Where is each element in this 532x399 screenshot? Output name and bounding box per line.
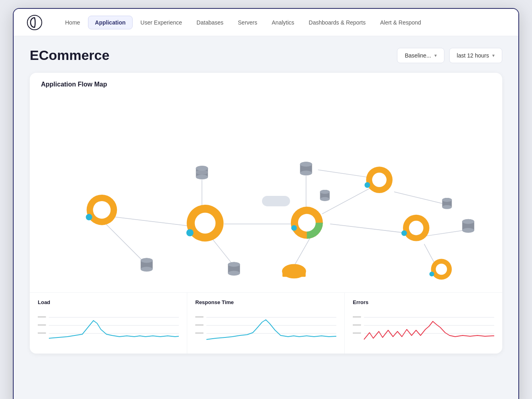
- svg-rect-15: [262, 196, 290, 206]
- response-time-chart-svg: [195, 309, 336, 346]
- nav-item-databases[interactable]: Databases: [190, 16, 230, 29]
- node-bottom-right: [430, 259, 452, 280]
- browser-frame: Home Application User Experience Databas…: [13, 8, 519, 399]
- time-range-dropdown[interactable]: last 12 hours ▾: [449, 48, 502, 63]
- svg-point-62: [430, 271, 434, 276]
- svg-rect-76: [195, 317, 203, 317]
- nav-item-servers[interactable]: Servers: [231, 16, 264, 29]
- svg-point-39: [141, 267, 153, 271]
- load-chart-label: Load: [38, 299, 179, 305]
- svg-point-59: [401, 230, 407, 236]
- nav-item-analytics[interactable]: Analytics: [265, 16, 301, 29]
- bottom-charts: Load Respo: [30, 292, 502, 354]
- db-node-5: [462, 219, 474, 233]
- response-time-chart-area: [195, 309, 336, 346]
- main-content: ECommerce Baseline... ▾ last 12 hours ▾ …: [14, 36, 518, 399]
- db-node-2: [300, 162, 312, 175]
- load-chart-svg: [38, 309, 179, 346]
- svg-point-49: [195, 213, 216, 234]
- top-nav: Home Application User Experience Databas…: [14, 9, 518, 36]
- svg-line-2: [106, 224, 146, 264]
- load-chart-area: [38, 309, 179, 346]
- svg-point-24: [300, 162, 312, 167]
- main-card: Application Flow Map: [30, 73, 502, 354]
- db-node-3: [320, 190, 330, 201]
- response-time-chart-panel: Response Time: [187, 293, 345, 354]
- db-node-1: [196, 166, 208, 179]
- svg-point-23: [300, 171, 312, 175]
- errors-chart-area: [353, 309, 494, 346]
- node-left: [86, 195, 117, 225]
- baseline-dropdown[interactable]: Baseline... ▾: [397, 48, 444, 63]
- errors-chart-label: Errors: [353, 299, 494, 305]
- flow-map-svg: [30, 91, 502, 292]
- svg-point-47: [86, 214, 92, 220]
- svg-point-52: [298, 214, 316, 232]
- svg-point-58: [409, 221, 424, 235]
- cloud-node: [282, 264, 306, 278]
- nav-items: Home Application User Experience Databas…: [59, 16, 428, 29]
- svg-rect-82: [353, 317, 361, 317]
- svg-rect-84: [353, 333, 361, 333]
- svg-point-61: [436, 263, 447, 275]
- svg-point-36: [462, 219, 474, 224]
- db-node-6: [141, 258, 153, 271]
- svg-point-56: [364, 182, 370, 188]
- svg-point-32: [442, 198, 452, 202]
- svg-point-40: [141, 258, 153, 263]
- nav-item-user-experience[interactable]: User Experience: [134, 16, 189, 29]
- svg-point-46: [93, 201, 110, 219]
- time-range-label: last 12 hours: [457, 52, 489, 59]
- svg-point-55: [372, 173, 387, 187]
- svg-point-53: [291, 225, 297, 231]
- db-node-4: [442, 198, 452, 209]
- svg-rect-72: [38, 333, 46, 333]
- svg-rect-77: [195, 325, 203, 325]
- svg-point-44: [228, 262, 240, 267]
- svg-point-50: [186, 229, 194, 237]
- nav-item-dashboards[interactable]: Dashboards & Reports: [302, 16, 372, 29]
- response-time-chart-label: Response Time: [195, 299, 336, 305]
- node-center: [291, 207, 323, 239]
- svg-line-14: [394, 192, 444, 204]
- svg-point-18: [196, 175, 208, 179]
- node-center-left: [186, 205, 224, 242]
- card-header: Application Flow Map: [30, 73, 502, 91]
- svg-point-20: [196, 170, 208, 175]
- svg-point-43: [228, 271, 240, 276]
- node-right-mid: [401, 215, 430, 241]
- svg-rect-78: [195, 333, 203, 333]
- chevron-down-icon-2: ▾: [492, 53, 495, 58]
- nav-item-home[interactable]: Home: [59, 16, 86, 29]
- svg-line-11: [318, 170, 372, 178]
- svg-point-27: [320, 197, 330, 201]
- page-title: ECommerce: [30, 47, 109, 63]
- svg-rect-83: [353, 325, 361, 325]
- svg-rect-71: [38, 325, 46, 325]
- errors-chart-svg: [353, 309, 494, 346]
- logo: [27, 14, 43, 31]
- nav-item-application[interactable]: Application: [88, 16, 132, 29]
- baseline-label: Baseline...: [405, 52, 431, 59]
- svg-line-12: [426, 230, 467, 236]
- svg-point-28: [320, 190, 330, 194]
- chevron-down-icon: ▾: [434, 53, 437, 58]
- load-chart-panel: Load: [30, 293, 187, 354]
- nav-item-alert[interactable]: Alert & Respond: [374, 16, 428, 29]
- svg-rect-70: [38, 317, 46, 317]
- svg-line-4: [210, 236, 234, 266]
- flow-map: [30, 91, 502, 292]
- db-node-7: [228, 262, 240, 276]
- header-controls: Baseline... ▾ last 12 hours ▾: [397, 48, 502, 63]
- svg-rect-66: [282, 270, 306, 277]
- errors-chart-panel: Errors: [345, 293, 502, 354]
- svg-point-31: [442, 205, 452, 209]
- svg-point-35: [462, 228, 474, 233]
- page-header: ECommerce Baseline... ▾ last 12 hours ▾: [30, 47, 502, 63]
- svg-line-9: [294, 238, 310, 266]
